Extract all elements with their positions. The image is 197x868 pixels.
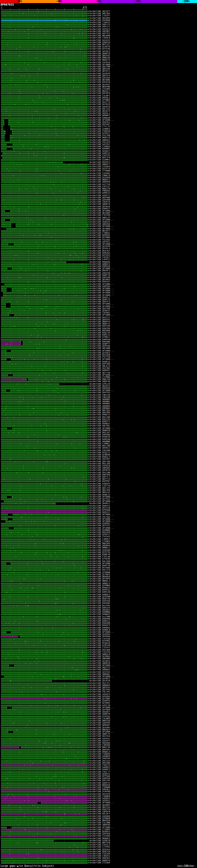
alignment-bar[interactable] <box>1 348 87 349</box>
alignment-bar[interactable] <box>1 91 87 92</box>
alignment-bar[interactable] <box>1 177 87 179</box>
alignment-bar[interactable] <box>1 48 87 50</box>
alignment-bar[interactable] <box>16 226 88 227</box>
alignment-bar[interactable] <box>4 676 87 677</box>
alignment-bar[interactable] <box>1 851 87 852</box>
alignment-bar[interactable] <box>1 450 87 452</box>
alignment-bar[interactable] <box>1 516 87 518</box>
alignment-bar[interactable] <box>1 707 7 709</box>
alignment-bar[interactable] <box>1 179 87 181</box>
alignment-bar[interactable] <box>1 802 37 804</box>
alignment-bar[interactable] <box>1 805 87 806</box>
alignment-bar[interactable] <box>1 142 87 143</box>
alignment-bar[interactable] <box>1 277 87 278</box>
alignment-bar[interactable] <box>1 798 87 799</box>
alignment-bar[interactable] <box>12 496 87 498</box>
alignment-bar[interactable] <box>10 126 87 127</box>
alignment-bar[interactable] <box>1 239 87 241</box>
alignment-bar[interactable] <box>1 778 87 779</box>
alignment-bar[interactable] <box>1 82 87 83</box>
alignment-bar[interactable] <box>1 354 87 356</box>
alignment-bar[interactable] <box>1 117 87 119</box>
alignment-bar[interactable] <box>1 40 87 41</box>
alignment-bar[interactable] <box>1 607 87 609</box>
alignment-bar[interactable] <box>1 523 87 524</box>
alignment-bar[interactable] <box>1 683 87 684</box>
alignment-bar[interactable] <box>1 660 87 662</box>
alignment-bar[interactable] <box>1 569 87 571</box>
alignment-bar[interactable] <box>1 381 87 382</box>
alignment-bar[interactable] <box>1 18 87 19</box>
alignment-bar[interactable] <box>1 662 87 664</box>
alignment-bar[interactable] <box>1 738 87 740</box>
alignment-bar[interactable] <box>1 507 87 509</box>
alignment-bar[interactable] <box>1 13 87 14</box>
alignment-bar[interactable] <box>1 42 87 43</box>
alignment-bar[interactable] <box>1 130 5 132</box>
alignment-bar[interactable] <box>6 228 87 230</box>
alignment-bar[interactable] <box>1 208 87 210</box>
alignment-bar[interactable] <box>14 527 87 529</box>
alignment-bar[interactable] <box>1 727 87 728</box>
alignment-bar[interactable] <box>1 618 87 620</box>
alignment-bar[interactable] <box>1 266 87 267</box>
alignment-bar[interactable] <box>3 295 87 296</box>
alignment-bar[interactable] <box>1 401 87 402</box>
alignment-bar[interactable] <box>1 186 87 188</box>
alignment-bar[interactable] <box>1 512 87 513</box>
alignment-bar[interactable] <box>28 379 87 380</box>
alignment-bar[interactable] <box>1 279 87 280</box>
alignment-bar[interactable] <box>1 822 87 824</box>
alignment-bar[interactable] <box>12 514 87 516</box>
alignment-bar[interactable] <box>1 273 87 274</box>
alignment-bar[interactable] <box>1 223 11 225</box>
alignment-bar[interactable] <box>1 496 7 498</box>
alignment-bar[interactable] <box>12 148 87 150</box>
alignment-bar[interactable] <box>1 339 87 341</box>
alignment-bar[interactable] <box>1 126 3 127</box>
alignment-bar[interactable] <box>1 303 6 305</box>
alignment-bar[interactable] <box>1 758 87 759</box>
alignment-bar[interactable] <box>1 767 87 768</box>
alignment-bar[interactable] <box>1 219 5 221</box>
alignment-bar[interactable] <box>1 443 87 445</box>
alignment-bar[interactable] <box>23 341 87 343</box>
alignment-bar[interactable] <box>1 122 4 123</box>
alignment-bar[interactable] <box>1 124 4 125</box>
alignment-bar[interactable] <box>12 707 87 709</box>
alignment-bar[interactable] <box>1 680 52 682</box>
alignment-bar[interactable] <box>1 605 87 607</box>
alignment-bar[interactable] <box>1 257 87 258</box>
alignment-bar[interactable] <box>1 226 11 227</box>
alignment-bar[interactable] <box>1 412 87 413</box>
alignment-bar[interactable] <box>1 368 87 369</box>
alignment-bar[interactable] <box>1 602 87 604</box>
alignment-bar[interactable] <box>1 275 87 276</box>
alignment-bar[interactable] <box>1 674 87 675</box>
alignment-bar[interactable] <box>1 470 87 471</box>
alignment-bar[interactable] <box>1 696 87 698</box>
alignment-bar[interactable] <box>1 490 87 491</box>
alignment-bar[interactable] <box>1 833 87 835</box>
alignment-bar[interactable] <box>1 765 87 766</box>
alignment-bar[interactable] <box>1 643 87 644</box>
alignment-bar[interactable] <box>1 192 87 194</box>
alignment-bar[interactable] <box>1 702 87 704</box>
alignment-bar[interactable] <box>1 202 87 203</box>
alignment-bar[interactable] <box>1 372 87 374</box>
alignment-bar[interactable] <box>12 827 87 828</box>
alignment-bar[interactable] <box>1 576 87 578</box>
alignment-bar[interactable] <box>1 445 87 447</box>
alignment-bar[interactable] <box>14 244 87 245</box>
alignment-bar[interactable] <box>1 428 7 429</box>
alignment-bar[interactable] <box>1 434 87 436</box>
alignment-bar[interactable] <box>1 423 87 425</box>
alignment-bar[interactable] <box>1 321 87 323</box>
alignment-bar[interactable] <box>14 665 87 666</box>
alignment-bar[interactable] <box>1 552 87 553</box>
alignment-bar[interactable] <box>10 128 87 130</box>
alignment-bar[interactable] <box>1 755 87 757</box>
alignment-bar[interactable] <box>1 314 9 316</box>
alignment-bar[interactable] <box>10 390 87 391</box>
alignment-bar[interactable] <box>2 157 87 159</box>
